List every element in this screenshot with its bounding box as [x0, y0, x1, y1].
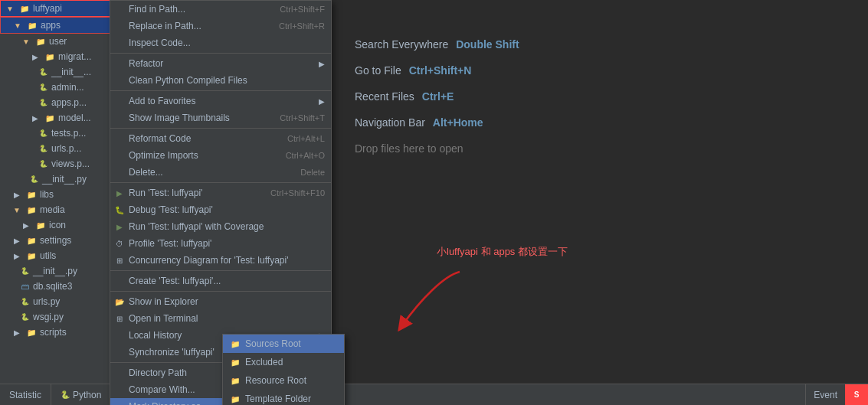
tree-item-apps-py[interactable]: 🐍 apps.p... [0, 95, 110, 110]
shortcut-label: Navigation Bar [355, 116, 425, 129]
tree-item-libs[interactable]: ▶ 📁 libs [0, 187, 110, 202]
menu-profile-test[interactable]: ⏱ Profile 'Test: luffyapi' [110, 235, 331, 252]
file-tree: ▼ 📁 luffyapi ▼ 📁 apps ▼ 📁 user ▶ 📁 migra… [0, 0, 111, 405]
tree-item-utils[interactable]: ▶ 📁 utils [0, 248, 110, 263]
folder-icon: 📁 [44, 112, 56, 124]
menu-concurrency-diagram[interactable]: ⊞ Concurrency Diagram for 'Test: luffyap… [110, 252, 331, 269]
tree-label: utils [40, 250, 56, 261]
logo-text: S [854, 390, 860, 399]
shortcut-run: Ctrl+Shift+F10 [255, 188, 325, 198]
event-button[interactable]: Event [805, 384, 845, 405]
menu-refactor[interactable]: Refactor ▶ [110, 55, 331, 72]
submenu-label: Excluded [245, 357, 283, 367]
db-icon: 🗃 [18, 280, 31, 292]
tree-item-urls1[interactable]: 🐍 urls.p... [0, 141, 110, 156]
menu-run-test[interactable]: ▶ Run 'Test: luffyapi' Ctrl+Shift+F10 [110, 185, 331, 201]
menu-create-test[interactable]: Create 'Test: luffyapi'... [110, 273, 331, 289]
menu-label: Show in Explorer [129, 296, 198, 307]
annotation-text: 小luffyapi 和 apps 都设置一下 [437, 245, 568, 259]
tree-item-views[interactable]: 🐍 views.p... [0, 156, 110, 171]
arrow-icon: ▶ [11, 188, 23, 201]
submenu-arrow: ▶ [303, 97, 325, 106]
submenu-label: Resource Root [245, 375, 306, 386]
tree-item-icon[interactable]: ▶ 📁 icon [0, 217, 110, 233]
menu-optimize-imports[interactable]: Optimize Imports Ctrl+Alt+O [110, 147, 331, 164]
tree-item-admin[interactable]: 🐍 admin... [0, 80, 110, 95]
tree-item-user[interactable]: ▼ 📁 user [0, 34, 110, 49]
menu-clean-python[interactable]: Clean Python Compiled Files [110, 72, 331, 89]
submenu-template-folder[interactable]: 📁 Template Folder [223, 390, 344, 405]
tree-item-init2[interactable]: 🐍 __init__.py [0, 171, 110, 187]
submenu-label: Template Folder [245, 394, 311, 404]
shortcut-key: Double Shift [456, 38, 519, 51]
folder-icon: 📁 [26, 19, 38, 31]
tree-item-scripts[interactable]: ▶ 📁 scripts [0, 325, 110, 340]
shortcut-reformat: Ctrl+Alt+L [272, 134, 325, 143]
py-icon: 🐍 [18, 296, 31, 308]
submenu-sources-root[interactable]: 📁 Sources Root [223, 335, 344, 353]
tree-item-apps[interactable]: ▼ 📁 apps [0, 17, 110, 34]
tree-label: wsgi.py [33, 312, 64, 322]
py-icon: 🐍 [37, 158, 49, 170]
tree-label: user [49, 36, 67, 47]
arrow-icon: ▼ [11, 19, 24, 31]
tree-item-init3[interactable]: 🐍 __init__.py [0, 263, 110, 279]
menu-label: Clean Python Compiled Files [129, 75, 247, 86]
shortcut-find-in-path: Ctrl+Shift+F [264, 5, 325, 14]
tree-label: media [40, 204, 65, 215]
menu-divider-1 [110, 53, 331, 54]
submenu-resource-root[interactable]: 📁 Resource Root [223, 371, 344, 390]
menu-show-in-explorer[interactable]: 📂 Show in Explorer [110, 293, 331, 310]
explorer-icon: 📂 [114, 296, 125, 307]
tree-item-model[interactable]: ▶ 📁 model... [0, 110, 110, 126]
menu-label: Delete... [129, 167, 163, 178]
menu-add-to-favorites[interactable]: Add to Favorites ▶ [110, 93, 331, 109]
menu-label: Concurrency Diagram for 'Test: luffyapi' [129, 255, 288, 266]
tree-item-tests[interactable]: 🐍 tests.p... [0, 126, 110, 141]
statistic-button[interactable]: Statistic [0, 384, 51, 405]
menu-label: Create 'Test: luffyapi'... [129, 276, 221, 286]
menu-label: Open in Terminal [129, 313, 198, 324]
tree-label: apps.p... [51, 97, 87, 108]
menu-label: Inspect Code... [129, 38, 191, 48]
folder-icon: 📁 [18, 2, 31, 15]
tree-item-urls2[interactable]: 🐍 urls.py [0, 294, 110, 309]
tree-item-init1[interactable]: 🐍 __init__... [0, 64, 110, 80]
menu-replace-in-path[interactable]: Replace in Path... Ctrl+Shift+R [110, 18, 331, 34]
arrow-icon: ▶ [11, 234, 23, 247]
menu-reformat-code[interactable]: Reformat Code Ctrl+Alt+L [110, 130, 331, 147]
submenu-excluded[interactable]: 📁 Excluded [223, 353, 344, 371]
tree-item-wsgi[interactable]: 🐍 wsgi.py [0, 309, 110, 325]
menu-show-image-thumbnails[interactable]: Show Image Thumbnails Ctrl+Shift+T [110, 109, 331, 126]
menu-delete[interactable]: Delete... Delete [110, 164, 331, 181]
run-icon: ▶ [114, 188, 125, 198]
shortcut-key: Ctrl+Shift+N [409, 64, 472, 77]
tree-label: admin... [51, 82, 84, 93]
drop-text: Drop files here to open [355, 142, 463, 155]
menu-label: Add to Favorites [129, 96, 195, 106]
menu-divider-4 [110, 182, 331, 183]
menu-debug-test[interactable]: 🐛 Debug 'Test: luffyapi' [110, 201, 331, 218]
shortcut-optimize: Ctrl+Alt+O [270, 151, 325, 160]
status-right: Event S [805, 384, 868, 405]
py-icon: 🐍 [37, 81, 49, 93]
tree-item-db[interactable]: 🗃 db.sqlite3 [0, 279, 110, 294]
menu-inspect-code[interactable]: Inspect Code... [110, 34, 331, 51]
menu-run-with-coverage[interactable]: ▶ Run 'Test: luffyapi' with Coverage [110, 218, 331, 235]
tree-item-luffyapi[interactable]: ▼ 📁 luffyapi [0, 0, 110, 17]
tree-item-media[interactable]: ▼ 📁 media [0, 202, 110, 217]
folder-icon: 📁 [25, 204, 38, 216]
menu-label: Run 'Test: luffyapi' with Coverage [129, 221, 264, 232]
folder-icon: 📁 [34, 35, 47, 47]
menu-label: Show Image Thumbnails [129, 113, 230, 123]
submenu-label: Sources Root [245, 338, 301, 349]
menu-divider-6 [110, 291, 331, 292]
menu-find-in-path[interactable]: Find in Path... Ctrl+Shift+F [110, 1, 331, 18]
tree-label: tests.p... [51, 128, 86, 139]
menu-open-in-terminal[interactable]: ⊞ Open in Terminal [110, 310, 331, 327]
tree-item-settings[interactable]: ▶ 📁 settings [0, 233, 110, 248]
menu-label: Profile 'Test: luffyapi' [129, 238, 211, 249]
python-button[interactable]: 🐍 Python [51, 384, 111, 405]
template-folder-icon: 📁 [229, 393, 241, 405]
tree-item-migrat[interactable]: ▶ 📁 migrat... [0, 49, 110, 64]
